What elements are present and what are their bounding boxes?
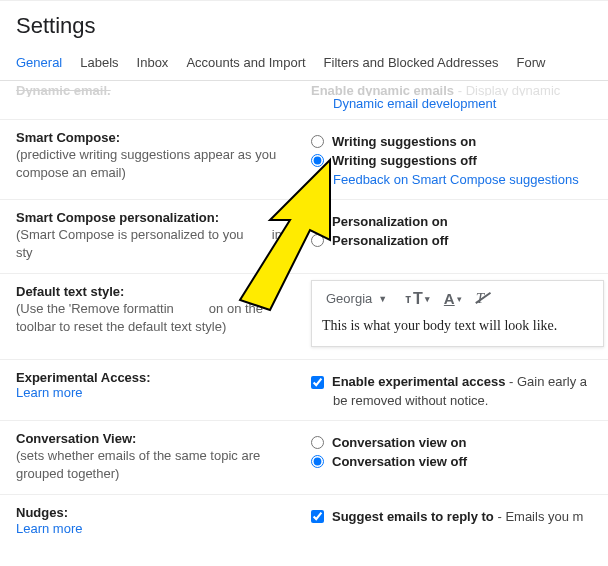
nudges-learn-more[interactable]: Learn more [16,521,299,536]
personalization-on-radio[interactable] [311,215,324,228]
text-style-title: Default text style: [16,284,299,299]
page-title: Settings [16,13,592,39]
dynamic-email-section: Dynamic email. Enable dynamic emails - D… [0,81,608,120]
text-style-section: Default text style: (Use the 'Remove for… [0,274,608,360]
personalization-off-label: Personalization off [332,233,448,248]
experimental-section: Experimental Access: Learn more Enable e… [0,360,608,421]
personalization-on-label: Personalization on [332,214,448,229]
personalization-off-radio[interactable] [311,234,324,247]
experimental-checkbox[interactable] [311,376,324,389]
smart-compose-title: Smart Compose: [16,130,299,145]
conversation-title: Conversation View: [16,431,299,446]
enable-dynamic-label: Enable dynamic emails [311,83,454,96]
nudges-checkbox[interactable] [311,510,324,523]
text-style-toolbar: Georgia ▼ тT▾ A▾ T [322,289,593,308]
nudges-section: Nudges: Learn more Suggest emails to rep… [0,495,608,536]
font-select[interactable]: Georgia ▼ [322,289,391,308]
writing-suggestions-on-radio[interactable] [311,135,324,148]
text-style-box: Georgia ▼ тT▾ A▾ T This is what your bod… [311,280,604,347]
dynamic-email-dev-link[interactable]: Dynamic email development [333,96,604,111]
nudges-label: Suggest emails to reply to [332,509,494,524]
remove-formatting-icon[interactable]: T [476,290,484,307]
text-size-icon[interactable]: тT▾ [405,290,430,308]
tab-filters[interactable]: Filters and Blocked Addresses [324,55,499,70]
writing-suggestions-off-radio[interactable] [311,154,324,167]
conversation-section: Conversation View: (sets whether emails … [0,421,608,495]
personalization-desc: (Smart Compose is personalized to your w… [16,226,299,261]
personalization-section: Smart Compose personalization: (Smart Co… [0,200,608,274]
experimental-title: Experimental Access: [16,370,299,385]
tabs-bar: General Labels Inbox Accounts and Import… [0,47,608,81]
experimental-extra: be removed without notice. [333,393,604,408]
text-style-desc: (Use the 'Remove formatting' button on t… [16,300,299,335]
smart-compose-section: Smart Compose: (predictive writing sugge… [0,120,608,200]
conversation-on-radio[interactable] [311,436,324,449]
conversation-off-label: Conversation view off [332,454,467,469]
tab-forwarding[interactable]: Forw [516,55,545,70]
nudges-title: Nudges: [16,505,299,520]
dynamic-email-title: Dynamic email. [16,83,111,97]
caret-down-icon: ▼ [378,294,387,304]
tab-labels[interactable]: Labels [80,55,118,70]
conversation-desc: (sets whether emails of the same topic a… [16,447,299,482]
writing-suggestions-off-label: Writing suggestions off [332,153,477,168]
tab-general[interactable]: General [16,55,62,70]
text-style-preview: This is what your body text will look li… [322,318,593,334]
tab-inbox[interactable]: Inbox [137,55,169,70]
personalization-title: Smart Compose personalization: [16,210,299,225]
conversation-off-radio[interactable] [311,455,324,468]
writing-suggestions-on-label: Writing suggestions on [332,134,476,149]
conversation-on-label: Conversation view on [332,435,466,450]
smart-compose-desc: (predictive writing suggestions appear a… [16,146,299,181]
experimental-learn-more[interactable]: Learn more [16,385,299,400]
tab-accounts[interactable]: Accounts and Import [186,55,305,70]
text-color-icon[interactable]: A▾ [444,290,462,307]
smart-compose-feedback-link[interactable]: Feedback on Smart Compose suggestions [333,172,604,187]
settings-header: Settings [0,0,608,47]
experimental-label: Enable experimental access [332,374,505,389]
